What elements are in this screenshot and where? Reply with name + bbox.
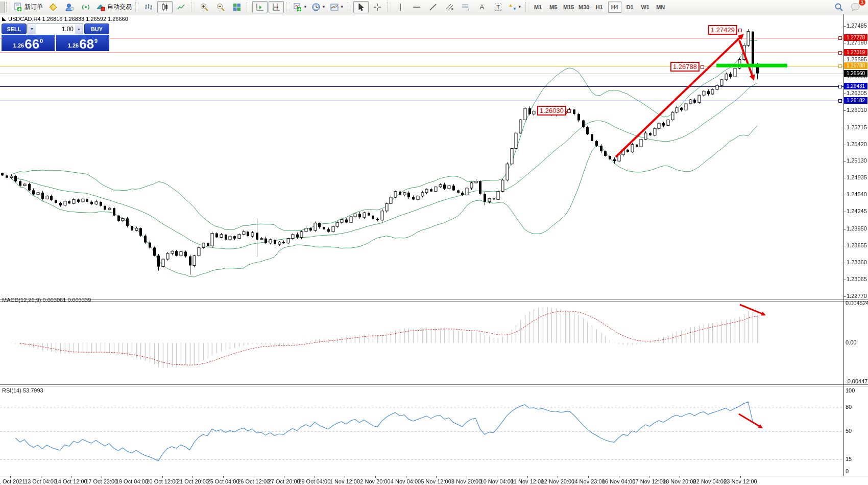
zoom-out-button[interactable] [213,1,228,13]
volume-stepper: ▼ ▲ [28,24,83,34]
volume-increase-button[interactable]: ▲ [75,24,83,34]
time-axis-label: 8 Nov 20:00 [451,478,481,484]
crosshair-tool-button[interactable] [370,1,385,13]
chart-header: USDCAD,H4 1.26816 1.26833 1.26592 1.2666… [2,16,128,22]
line-chart-mode-button[interactable] [174,1,189,13]
price-annotation[interactable]: 1.26788 [670,62,700,72]
timeframe-mn[interactable]: MN [654,2,667,13]
quick-trade-button[interactable] [45,1,61,13]
time-axis-label: 26 Oct 12:00 [237,478,270,484]
timeframe-h4[interactable]: H4 [608,2,621,13]
volume-decrease-button[interactable]: ▼ [28,24,36,34]
price-level-badge: 1.26431 [844,83,867,89]
timeframe-m30[interactable]: M30 [577,2,591,13]
arrows-icon [509,3,517,11]
fibonacci-icon: F [461,3,470,11]
horizontal-line-icon [413,3,421,11]
timeframe-m1[interactable]: M1 [532,2,545,13]
timeframe-m5[interactable]: M5 [547,2,560,13]
price-tick-label: 1.23065 [847,276,867,282]
price-tick-label: 1.24835 [847,174,867,180]
timeframe-d1[interactable]: D1 [623,2,637,13]
buy-price-big: 68 [79,38,94,50]
sell-button[interactable]: SELL [2,24,27,34]
time-axis-label: 4 Nov 04:00 [391,478,421,484]
chart-shift-button[interactable] [269,1,284,13]
timeframe-group: M1M5M15M30H1H4D1W1MN [531,2,668,13]
price-level-badge: 1.27278 [844,34,867,41]
time-axis-label: 16 Nov 04:00 [602,478,635,484]
periods-button[interactable]: ▼ [310,1,327,13]
toolbar-grip [525,2,529,12]
time-axis-label: 22 Nov 04:00 [693,478,727,484]
toolbar-grip [247,2,250,12]
sell-price-display[interactable]: 1.26 66 0 [2,35,55,51]
buy-price-prefix: 1.26 [68,42,79,49]
volume-input[interactable] [36,24,75,34]
time-axis-label: 25 Oct 04:00 [207,478,239,484]
autotrade-button[interactable]: 自动交易 [94,1,133,13]
community-button[interactable] [62,1,77,13]
price-tick-label: 1.23655 [847,242,867,248]
time-axis-label: 20 Oct 12:00 [146,478,178,484]
current-price-badge: 1.26660 [844,70,867,77]
crosshair-icon [373,3,381,11]
buy-price-sup: 9 [94,38,98,44]
price-annotation[interactable]: 1.27429 [708,25,737,35]
time-axis-label: 13 Oct 04:00 [25,478,57,484]
main-toolbar: 新订单 自动交易 [0,0,868,14]
horizontal-line-tool[interactable] [409,1,424,13]
tile-windows-button[interactable] [229,1,245,13]
timeframe-w1[interactable]: W1 [639,2,652,13]
chart-canvas[interactable] [0,0,868,485]
vertical-line-tool[interactable] [393,1,408,13]
annotation-anchor [701,65,704,69]
notifications-button[interactable]: 1 [848,1,863,13]
buy-price-display[interactable]: 1.26 68 9 [56,35,109,51]
new-order-button[interactable]: 新订单 [12,1,44,13]
text-tool[interactable]: A [474,1,490,13]
cursor-tool-button[interactable] [353,1,369,13]
level-end-marker [838,64,842,68]
tile-windows-icon [232,3,242,12]
zoom-in-button[interactable] [197,1,212,13]
price-level-badge: 1.26182 [844,97,867,104]
arrows-tool[interactable]: ▼ [507,1,523,13]
search-button[interactable] [831,1,847,13]
toolbar-grip [6,2,10,12]
line-chart-icon [177,3,186,12]
time-axis-label: 17 Oct 23:00 [85,478,117,484]
timeframe-h1[interactable]: H1 [593,2,606,13]
candlestick-mode-button[interactable] [157,1,173,13]
bar-chart-mode-button[interactable] [141,1,156,13]
auto-scroll-button[interactable] [252,1,268,13]
fibonacci-tool[interactable]: F [458,1,473,13]
text-label-icon: T [495,4,501,11]
macd-axis-label: 0.004524 [846,300,868,306]
level-end-marker [838,99,842,103]
gold-gem-icon [49,3,58,12]
trendline-tool[interactable] [425,1,441,13]
price-tick-label: 1.25715 [847,124,867,130]
text-label-tool[interactable]: T [491,1,506,13]
new-order-label: 新订单 [25,3,43,11]
time-axis-label: 2 Nov 20:00 [360,478,390,484]
bar-chart-icon [144,3,153,12]
time-axis-label: 18 Nov 20:00 [663,478,696,484]
rsi-axis-label: 50 [846,428,852,434]
buy-button[interactable]: BUY [84,24,109,34]
level-end-marker [838,51,842,55]
signals-button[interactable] [78,1,93,13]
vertical-line-icon [397,3,404,11]
timeframe-m15[interactable]: M15 [562,2,575,13]
templates-button[interactable]: ▼ [328,1,346,13]
autotrade-icon [96,3,105,12]
toolbar-grip [387,2,391,12]
templates-icon [330,3,339,12]
svg-text:E: E [451,8,453,11]
time-axis-label: 1 Nov 12:00 [330,478,360,484]
macd-axis-label: 0.00 [846,339,856,345]
indicators-button[interactable]: ▼ [292,1,309,13]
price-annotation[interactable]: 1.26030 [537,106,566,116]
channel-tool[interactable]: E [442,1,457,13]
